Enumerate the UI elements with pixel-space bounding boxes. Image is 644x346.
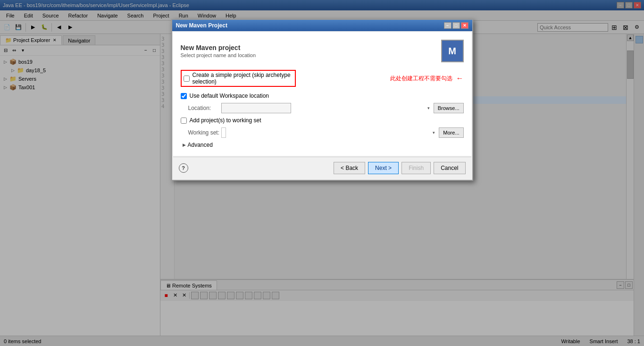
advanced-label: Advanced xyxy=(188,142,213,148)
working-set-row: Working set: ▾ More... xyxy=(181,127,464,138)
dialog-window-controls[interactable]: − □ ✕ xyxy=(444,22,468,29)
simple-project-label: Create a simple project (skip archetype … xyxy=(192,72,293,85)
dialog-subtitle: Select project name and location xyxy=(181,52,256,58)
back-button[interactable]: < Back xyxy=(334,162,365,174)
dialog-titlebar: New Maven Project − □ ✕ xyxy=(172,20,472,31)
workspace-label: Use default Workspace location xyxy=(190,93,269,99)
new-maven-project-dialog: New Maven Project − □ ✕ New Maven projec… xyxy=(171,19,473,181)
maven-icon: M xyxy=(441,40,464,62)
dialog-title: New Maven Project xyxy=(176,22,444,29)
help-icon[interactable]: ? xyxy=(179,163,188,173)
location-input[interactable] xyxy=(221,103,291,113)
working-set-checkbox[interactable] xyxy=(181,118,187,124)
location-label: Location: xyxy=(188,105,221,111)
browse-button[interactable]: Browse... xyxy=(434,103,464,113)
working-set-checkbox-row: Add project(s) to working set xyxy=(181,117,464,124)
working-set-field-label: Working set: xyxy=(188,129,221,136)
advanced-row[interactable]: ▶ Advanced xyxy=(181,142,464,148)
workspace-checkbox[interactable] xyxy=(181,93,187,99)
modal-overlay: New Maven Project − □ ✕ New Maven projec… xyxy=(0,0,644,346)
annotation: 此处创建工程不需要勾选 ← xyxy=(390,74,464,83)
annotation-text: 此处创建工程不需要勾选 xyxy=(390,75,452,83)
dialog-header: New Maven project Select project name an… xyxy=(181,40,464,62)
location-dropdown-wrapper: ▾ xyxy=(221,103,432,113)
simple-project-checkbox-box: Create a simple project (skip archetype … xyxy=(181,70,296,87)
location-row: Location: ▾ Browse... xyxy=(181,103,464,113)
working-set-dropdown-wrapper: ▾ xyxy=(221,127,437,138)
working-set-select[interactable] xyxy=(221,127,226,138)
dialog-footer: ? < Back Next > Finish Cancel xyxy=(173,157,471,179)
cancel-button[interactable]: Cancel xyxy=(434,162,465,174)
dialog-header-text: New Maven project Select project name an… xyxy=(181,44,256,58)
dialog-body: New Maven project Select project name an… xyxy=(173,32,471,156)
dialog-minimize[interactable]: − xyxy=(444,22,452,29)
advanced-expand-icon: ▶ xyxy=(183,143,186,147)
dialog-maximize[interactable]: □ xyxy=(452,22,460,29)
dialog-close[interactable]: ✕ xyxy=(461,22,468,29)
next-button[interactable]: Next > xyxy=(368,162,399,174)
dialog-main-title: New Maven project xyxy=(181,44,256,51)
footer-left: ? xyxy=(179,163,188,173)
workspace-checkbox-row: Use default Workspace location xyxy=(181,93,464,99)
working-set-dropdown-arrow: ▾ xyxy=(433,130,435,135)
finish-button[interactable]: Finish xyxy=(401,162,431,174)
footer-right: < Back Next > Finish Cancel xyxy=(334,162,465,174)
working-set-label: Add project(s) to working set xyxy=(190,117,261,124)
simple-project-section: Create a simple project (skip archetype … xyxy=(181,70,464,87)
simple-project-checkbox[interactable] xyxy=(184,76,190,82)
annotation-arrow-icon: ← xyxy=(456,74,464,83)
location-dropdown-arrow: ▾ xyxy=(427,106,430,110)
more-button[interactable]: More... xyxy=(439,127,463,138)
